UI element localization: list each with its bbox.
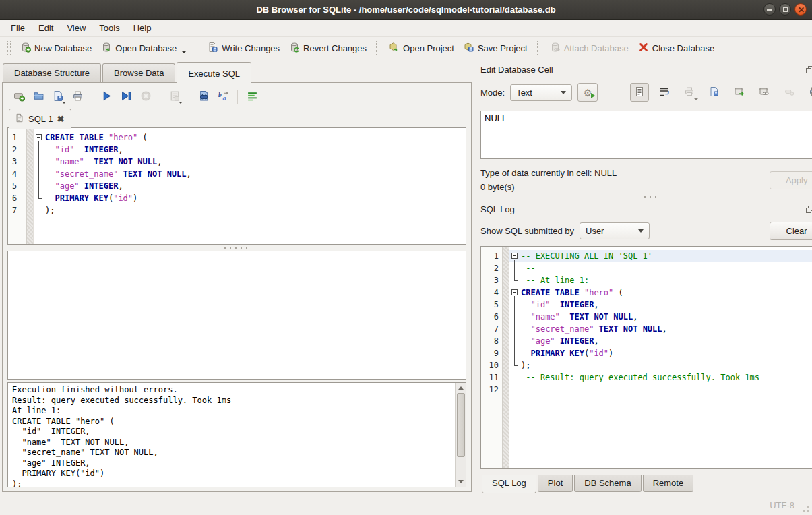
- tab-remote[interactable]: Remote: [643, 475, 694, 492]
- sql-log-dock-header: SQL Log: [480, 202, 812, 216]
- fold-marker-icon[interactable]: [509, 250, 520, 262]
- code-text: "id" INTEGER,: [520, 299, 812, 311]
- gutter-strip: [502, 250, 509, 262]
- toolbar-separator: [92, 90, 92, 104]
- line-number: 3: [481, 274, 502, 286]
- execute-all-button[interactable]: [98, 88, 115, 106]
- tab-execute-sql[interactable]: Execute SQL: [177, 62, 251, 83]
- new-database-button[interactable]: New Database: [15, 39, 96, 57]
- open-project-button[interactable]: Open Project: [384, 39, 459, 57]
- open-sql-file-button[interactable]: [30, 88, 47, 106]
- tab-plot[interactable]: Plot: [538, 475, 573, 492]
- open-project-icon: [389, 42, 400, 55]
- cell-value-editor[interactable]: NULL: [480, 111, 812, 159]
- execute-line-button[interactable]: [117, 88, 135, 106]
- revert-changes-button[interactable]: Revert Changes: [284, 39, 371, 57]
- replace-text-icon: ba: [218, 90, 229, 104]
- open-database-button[interactable]: Open Database: [96, 39, 191, 57]
- resize-grip-icon[interactable]: [803, 506, 809, 512]
- scrollbar-thumb[interactable]: [457, 393, 465, 457]
- format-sql-button[interactable]: [243, 88, 261, 106]
- toolbar-drag-handle[interactable]: [537, 41, 540, 55]
- results-grid[interactable]: [7, 251, 466, 380]
- submitted-by-select[interactable]: User: [580, 222, 650, 239]
- float-dock-icon[interactable]: [806, 66, 812, 73]
- open-database-dropdown-icon[interactable]: [181, 51, 187, 53]
- write-changes-icon: [208, 42, 218, 55]
- import-data-button[interactable]: [680, 83, 699, 102]
- text-mode-button[interactable]: [630, 83, 649, 102]
- code-text: CREATE TABLE "hero" (: [44, 131, 466, 144]
- apply-button[interactable]: Apply: [770, 171, 812, 189]
- maximize-button[interactable]: [779, 3, 791, 16]
- tab-database-structure[interactable]: Database Structure: [3, 63, 101, 82]
- minimize-icon: [767, 9, 772, 11]
- open-database-label: Open Database: [115, 43, 177, 53]
- fold-marker-icon[interactable]: [509, 286, 520, 299]
- open-external-button[interactable]: [755, 83, 774, 102]
- clear-button-label: Clear: [786, 226, 807, 236]
- replace-button[interactable]: ba: [214, 88, 232, 106]
- execution-messages[interactable]: Execution finished without errors.Result…: [7, 382, 466, 487]
- close-database-button[interactable]: Close Database: [633, 39, 720, 57]
- code-text: "id" INTEGER,: [44, 144, 466, 156]
- tab-db-schema[interactable]: DB Schema: [574, 475, 641, 492]
- statusbar: UTF-8: [0, 495, 812, 515]
- line-number: 1: [8, 131, 26, 144]
- save-data-button[interactable]: [705, 83, 724, 102]
- gutter-strip: [502, 335, 509, 347]
- code-line: 12: [481, 384, 812, 396]
- code-text: "secret_name" TEXT NOT NULL,: [44, 168, 466, 180]
- scroll-up-icon[interactable]: [458, 386, 464, 390]
- new-sql-tab-button[interactable]: [10, 88, 28, 106]
- close-button[interactable]: ✕: [794, 3, 807, 16]
- horizontal-splitter[interactable]: [7, 245, 466, 251]
- execution-messages-text: Execution finished without errors.Result…: [12, 385, 452, 487]
- save-sql-file-button[interactable]: [49, 88, 67, 106]
- code-line: 5 "age" INTEGER,: [8, 180, 466, 192]
- print-button[interactable]: [69, 88, 86, 106]
- print-cell-button[interactable]: [805, 83, 812, 102]
- save-project-button[interactable]: Save Project: [459, 39, 532, 57]
- menu-view[interactable]: View: [60, 20, 92, 36]
- mode-select[interactable]: Text: [510, 84, 572, 101]
- content-area: Database Structure Browse Data Execute S…: [0, 59, 812, 495]
- dock-splitter[interactable]: [480, 192, 812, 202]
- save-results-button[interactable]: [166, 88, 183, 106]
- line-number: 5: [8, 180, 26, 192]
- export-button[interactable]: [730, 83, 749, 102]
- fold-marker-icon[interactable]: [34, 131, 44, 144]
- word-wrap-button[interactable]: [655, 83, 674, 102]
- clear-log-button[interactable]: Clear: [770, 222, 812, 240]
- float-dock-icon[interactable]: [806, 206, 812, 213]
- submitted-by-value: User: [586, 226, 604, 236]
- auto-apply-button[interactable]: ⚙: [577, 83, 598, 102]
- attach-database-button[interactable]: Attach Database: [545, 39, 633, 57]
- minimize-button[interactable]: [763, 3, 776, 16]
- set-null-button[interactable]: [780, 83, 799, 102]
- messages-scrollbar[interactable]: [455, 383, 466, 487]
- find-button[interactable]: [195, 88, 212, 106]
- svg-text:b: b: [218, 91, 222, 98]
- stop-button[interactable]: [137, 88, 154, 106]
- sql-doc-tab[interactable]: SQL 1 ✖: [9, 109, 71, 129]
- tab-browse-data[interactable]: Browse Data: [102, 63, 175, 82]
- toolbar-drag-handle[interactable]: [376, 41, 379, 55]
- sql-log-filter-row: Show SQL submitted by User Clear: [480, 220, 812, 241]
- write-changes-button[interactable]: Write Changes: [203, 39, 284, 57]
- toolbar-drag-handle[interactable]: [7, 41, 11, 55]
- code-text: "name" TEXT NOT NULL,: [520, 311, 812, 323]
- message-line: At line 1:: [12, 406, 452, 417]
- menu-edit[interactable]: Edit: [32, 20, 60, 36]
- tab-sql-log[interactable]: SQL Log: [482, 475, 536, 493]
- line-number: 5: [481, 299, 502, 311]
- line-number: 10: [481, 359, 502, 371]
- stop-icon: [140, 90, 152, 104]
- menu-help[interactable]: Help: [127, 20, 158, 36]
- sql-log-view[interactable]: 1-- EXECUTING ALL IN 'SQL 1'2 --3 -- At …: [480, 246, 812, 469]
- scroll-down-icon[interactable]: [458, 480, 464, 483]
- menu-file[interactable]: File: [4, 20, 32, 36]
- sql-editor[interactable]: 1CREATE TABLE "hero" (2 "id" INTEGER,3 "…: [7, 127, 466, 245]
- close-tab-icon[interactable]: ✖: [57, 114, 64, 124]
- menu-tools[interactable]: Tools: [92, 20, 126, 36]
